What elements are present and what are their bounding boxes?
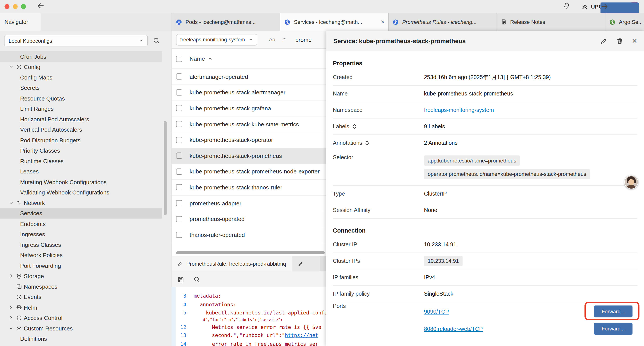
match-case-toggle[interactable]: Aa xyxy=(269,36,275,43)
sidebar-item-storage[interactable]: Storage xyxy=(0,271,162,281)
sidebar-item-runtime-classes[interactable]: Runtime Classes xyxy=(0,156,162,166)
select-all-checkbox[interactable] xyxy=(176,56,182,62)
service-name: kube-prometheus-stack-operator xyxy=(190,137,273,143)
sidebar-item-label: Definitions xyxy=(20,336,47,342)
sidebar-item-network-policies[interactable]: Network Policies xyxy=(0,250,162,260)
editor-search-icon[interactable] xyxy=(193,276,200,283)
edit-icon[interactable] xyxy=(600,37,608,44)
chevron-right-icon[interactable] xyxy=(8,315,15,320)
delete-icon[interactable] xyxy=(616,37,624,44)
sidebar-item-label: Storage xyxy=(24,273,44,280)
close-window-button[interactable] xyxy=(4,4,10,9)
row-checkbox[interactable] xyxy=(176,74,182,80)
horizontal-scrollbar[interactable] xyxy=(176,251,325,254)
sidebar-item-port-forwarding[interactable]: Port Forwarding xyxy=(0,260,162,271)
chevron-down-icon[interactable] xyxy=(8,64,15,69)
zoom-window-button[interactable] xyxy=(21,4,26,9)
sidebar-item-custom-resources[interactable]: Custom Resources xyxy=(0,323,162,334)
close-icon[interactable]: × xyxy=(632,36,637,45)
forward-button[interactable] xyxy=(600,2,639,14)
search-box[interactable]: Aa .* prome xyxy=(269,36,312,43)
sidebar-item-secrets[interactable]: Secrets xyxy=(0,82,162,93)
sidebar-item-config[interactable]: Config xyxy=(0,62,162,72)
property-label: IP family policy xyxy=(333,291,424,297)
sidebar-item-network[interactable]: Network xyxy=(0,198,162,208)
sidebar-item-config-maps[interactable]: Config Maps xyxy=(0,72,162,83)
forward-button[interactable]: Forward... xyxy=(594,306,632,317)
regex-toggle[interactable]: .* xyxy=(282,36,286,43)
row-checkbox[interactable] xyxy=(176,105,182,111)
row-checkbox[interactable] xyxy=(176,168,182,175)
drawer-header: Service: kube-prometheus-stack-prometheu… xyxy=(326,31,644,51)
sidebar-item-vertical-pod-autoscalers[interactable]: Vertical Pod Autoscalers xyxy=(0,124,162,135)
sidebar-search-icon[interactable] xyxy=(153,37,160,44)
sidebar-item-access-control[interactable]: Access Control xyxy=(0,313,162,323)
tab-close-icon[interactable]: × xyxy=(381,19,384,25)
sidebar-item-pod-disruption-budgets[interactable]: Pod Disruption Budgets xyxy=(0,135,162,145)
sidebar-item-mutating-webhook-configurations[interactable]: Mutating Webhook Configurations xyxy=(0,177,162,187)
sidebar-item-priority-classes[interactable]: Priority Classes xyxy=(0,145,162,156)
navigator-tree: Cron JobsConfigConfig MapsSecretsResourc… xyxy=(0,51,162,344)
tab-3[interactable]: Prometheus Rules - icecheng... xyxy=(389,13,497,31)
tab-4[interactable]: Release Notes xyxy=(497,13,606,31)
service-name: alertmanager-operated xyxy=(190,73,248,80)
forward-button[interactable]: Forward... xyxy=(594,323,632,335)
editor-tab-partial[interactable] xyxy=(292,256,320,271)
back-button[interactable] xyxy=(36,1,45,11)
name-column-header[interactable]: Name xyxy=(190,55,205,62)
window-controls[interactable] xyxy=(4,4,26,9)
sidebar-item-leases[interactable]: Leases xyxy=(0,166,162,177)
sidebar-item-events[interactable]: Events xyxy=(0,292,162,302)
sidebar-item-helm[interactable]: Helm xyxy=(0,302,162,313)
property-value-wrap: ClusterIP xyxy=(424,191,638,197)
sidebar-item-validating-webhook-configurations[interactable]: Validating Webhook Configurations xyxy=(0,187,162,198)
property-row: Created253d 16h 6m ago (2025年1月13日 GMT+8… xyxy=(333,69,638,86)
row-checkbox[interactable] xyxy=(176,153,182,159)
sidebar-item-namespaces[interactable]: Namespaces xyxy=(0,281,162,292)
row-checkbox[interactable] xyxy=(176,89,182,95)
sidebar-item-horizontal-pod-autoscalers[interactable]: Horizontal Pod Autoscalers xyxy=(0,114,162,125)
tab-1[interactable]: Pods - icecheng@mathmas... xyxy=(172,13,280,31)
sidebar-item-ingress-classes[interactable]: Ingress Classes xyxy=(0,240,162,250)
editor-tab-title: PrometheusRule: freeleaps-prod-rabbitmq xyxy=(186,261,286,267)
port-line: 9090/TCPForward... xyxy=(424,303,638,320)
row-checkbox[interactable] xyxy=(176,121,182,127)
editor-tab[interactable]: PrometheusRule: freeleaps-prod-rabbitmq xyxy=(172,256,292,271)
tab-2[interactable]: Services - icecheng@math...× xyxy=(280,13,389,31)
chevron-down-icon[interactable] xyxy=(8,326,15,331)
chevron-right-icon[interactable] xyxy=(8,305,15,310)
row-checkbox[interactable] xyxy=(176,200,182,206)
port-link[interactable]: 8080:reloader-web/TCP xyxy=(424,326,483,332)
row-checkbox[interactable] xyxy=(176,137,182,143)
sidebar-item-limit-ranges[interactable]: Limit Ranges xyxy=(0,104,162,114)
sort-icon[interactable] xyxy=(365,140,370,145)
row-checkbox[interactable] xyxy=(176,184,182,191)
property-value-wrap: IPv4 xyxy=(424,274,638,281)
sidebar-item-definitions[interactable]: Definitions xyxy=(0,334,162,344)
save-icon[interactable] xyxy=(177,276,184,283)
minimize-window-button[interactable] xyxy=(13,4,18,9)
sort-icon[interactable] xyxy=(352,124,357,129)
namespace-link[interactable]: freeleaps-monitoring-system xyxy=(424,107,494,113)
sidebar-item-services[interactable]: Services xyxy=(0,208,162,219)
service-name: kube-prometheus-stack-grafana xyxy=(190,105,271,111)
tab-5[interactable]: Argo Se... xyxy=(606,13,644,31)
namespace-filter[interactable]: freeleaps-monitoring-system xyxy=(176,34,257,45)
notifications-bell-icon[interactable] xyxy=(563,2,570,11)
user-avatar[interactable] xyxy=(624,175,638,189)
chevron-right-icon[interactable] xyxy=(8,274,15,278)
chevron-down-icon[interactable] xyxy=(8,200,15,205)
sidebar-scrollbar[interactable] xyxy=(164,121,166,215)
row-checkbox[interactable] xyxy=(176,216,182,222)
search-input[interactable]: prome xyxy=(295,36,312,43)
service-name: kube-prometheus-stack-alertmanager xyxy=(190,89,286,96)
port-link[interactable]: 9090/TCP xyxy=(424,309,449,315)
row-checkbox[interactable] xyxy=(176,232,182,238)
sidebar-item-endpoints[interactable]: Endpoints xyxy=(0,219,162,229)
sidebar-item-resource-quotas[interactable]: Resource Quotas xyxy=(0,93,162,104)
service-name: kube-prometheus-stack-prometheus-node-ex… xyxy=(190,168,320,175)
sidebar-item-ingresses[interactable]: Ingresses xyxy=(0,229,162,240)
kubeconfig-selector[interactable]: Local Kubeconfigs xyxy=(4,35,148,46)
sort-ascending-icon[interactable] xyxy=(208,56,212,61)
sidebar-item-cron-jobs[interactable]: Cron Jobs xyxy=(0,51,162,62)
